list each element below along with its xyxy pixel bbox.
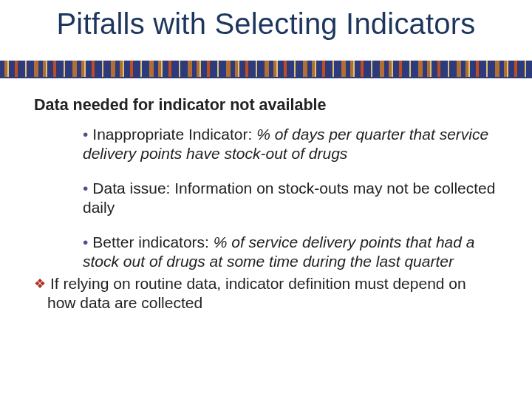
slide: Pitfalls with Selecting Indicators Data … [0, 0, 532, 399]
slide-title: Pitfalls with Selecting Indicators [0, 7, 532, 41]
bullet-icon: • [83, 180, 88, 197]
decorative-band [0, 61, 532, 78]
summary-text: If relying on routine data, indicator de… [47, 275, 466, 311]
bullet-data-issue: •Data issue: Information on stock-outs m… [34, 179, 498, 216]
summary-point: ❖If relying on routine data, indicator d… [34, 274, 498, 313]
band-stripes [0, 61, 532, 78]
bullet-text: Data issue: Information on stock-outs ma… [83, 180, 495, 216]
bullet-inappropriate: •Inappropriate Indicator: % of days per … [34, 125, 498, 163]
diamond-icon: ❖ [34, 276, 46, 291]
bullet-label: Better indicators: [92, 233, 213, 250]
bullet-label: Inappropriate Indicator: [92, 126, 256, 143]
slide-body: Data needed for indicator not available … [34, 96, 498, 312]
bullet-better: •Better indicators: % of service deliver… [34, 233, 498, 270]
bullet-icon: • [83, 233, 88, 250]
subheading: Data needed for indicator not available [34, 96, 498, 115]
bullet-icon: • [83, 126, 88, 143]
